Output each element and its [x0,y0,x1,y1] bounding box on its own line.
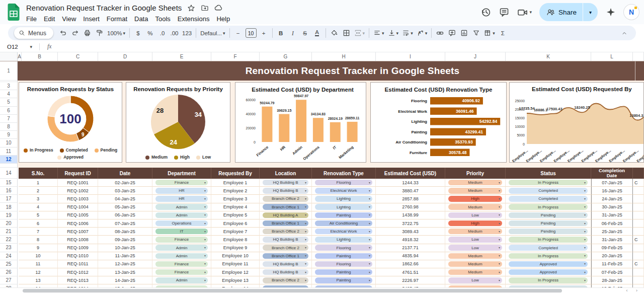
table-cell[interactable]: Admin▾ [152,252,211,260]
table-cell[interactable] [633,195,644,203]
table-cell[interactable]: REQ-1001 [58,179,98,187]
renovation-dropdown[interactable]: Lighting▾ [315,196,372,202]
priority-dropdown[interactable]: Low▾ [448,277,502,283]
table-cell[interactable]: Approved▾ [506,268,591,276]
table-cell[interactable]: 03-Jan-25 [98,187,152,195]
location-dropdown[interactable]: Branch Office 1▾ [263,253,308,259]
table-cell[interactable]: Admin▾ [152,244,211,252]
row-header-19[interactable]: 19 [0,211,17,219]
department-dropdown[interactable]: Finance▾ [155,261,208,267]
insert-comment-button[interactable] [446,27,458,39]
table-cell[interactable]: Employee 9 [211,244,260,252]
table-cell[interactable]: Low▾ [445,236,506,244]
row-header-17[interactable]: 17 [0,195,17,203]
location-dropdown[interactable]: HQ Building B▾ [263,180,308,186]
table-cell[interactable]: Air Conditioning▾ [312,219,376,228]
text-rotation-button[interactable]: A▾ [415,27,429,39]
column-header-i[interactable]: I [376,52,445,61]
create-filter-button[interactable] [470,27,482,39]
merge-cells-button[interactable]: ▾ [353,27,367,39]
meet-video-call-icon[interactable]: ▾ [517,7,532,18]
column-header-k[interactable]: K [506,52,591,61]
table-cell[interactable] [633,228,644,236]
table-cell[interactable]: 4 [19,203,58,211]
department-dropdown[interactable]: HR▾ [155,196,208,202]
column-header-h[interactable]: H [312,52,376,61]
status-dropdown[interactable]: Pending▾ [509,221,588,227]
row-header-10[interactable]: 10 [0,139,17,147]
table-cell[interactable]: Low▾ [445,244,506,252]
table-cell[interactable]: Completed▾ [506,244,591,252]
table-cell[interactable]: C [633,236,644,244]
italic-button[interactable]: I [287,27,299,39]
table-cell[interactable]: Medium▾ [445,203,506,211]
zoom-select[interactable]: 100%▾ [106,27,127,39]
row-header-26[interactable]: 26 [0,268,17,276]
table-cell[interactable]: 2 [19,187,58,195]
table-cell[interactable]: Painting▾ [312,268,376,276]
table-cell[interactable]: Painting▾ [312,211,376,219]
menu-file[interactable]: File [23,15,40,23]
renovation-dropdown[interactable]: Painting▾ [315,212,372,218]
table-cell[interactable]: 07-Feb-25 [591,268,633,276]
table-cell[interactable]: In Progress▾ [506,203,591,211]
location-dropdown[interactable]: HQ Building B▾ [263,237,308,243]
format-percent-button[interactable]: % [144,27,156,39]
table-cell[interactable]: Employee 2 [211,187,260,195]
table-cell[interactable]: Medium▾ [445,268,506,276]
insert-chart-button[interactable] [458,27,470,39]
table-cell[interactable]: HQ Building B▾ [260,260,312,268]
table-cell[interactable]: 06-Jan-25 [98,211,152,219]
menu-format[interactable]: Format [103,15,131,23]
status-dropdown[interactable]: In Progress▾ [509,204,588,210]
row-header-8[interactable]: 8 [0,123,17,131]
decrease-font-size-button[interactable]: − [232,27,244,39]
table-cell[interactable]: 1244.33 [376,179,445,187]
priority-dropdown[interactable]: High▾ [448,196,502,202]
table-cell[interactable]: 9 [19,244,58,252]
table-cell[interactable]: 31-Jan-25 [591,211,633,219]
status-dropdown[interactable]: Pending▾ [509,229,588,235]
sheets-logo-icon[interactable] [7,4,20,21]
table-cell[interactable]: HQ Building B▾ [260,187,312,195]
table-cell[interactable]: REQ-1013 [58,276,98,284]
row-header-18[interactable]: 18 [0,203,17,211]
table-cell[interactable]: Employee 6 [211,219,260,228]
table-cell[interactable]: HR▾ [152,187,211,195]
table-cell[interactable]: Branch Office 1▾ [260,219,312,228]
table-cell[interactable]: IT▾ [152,228,211,236]
table-cell[interactable]: 16-Jan-25 [591,187,633,195]
table-cell[interactable]: In Progress▾ [506,236,591,244]
priority-dropdown[interactable]: Low▾ [448,245,502,251]
table-cell[interactable]: Pending▾ [506,228,591,236]
table-cell[interactable]: Completed▾ [506,195,591,203]
vertical-align-button[interactable]: ▾ [386,27,400,39]
table-cell[interactable]: 2857.88 [376,195,445,203]
menu-tools[interactable]: Tools [151,15,174,23]
table-cell[interactable] [633,203,644,211]
department-dropdown[interactable]: Finance▾ [155,269,208,275]
table-views-button[interactable]: ▾ [482,27,497,39]
renovation-dropdown[interactable]: Painting▾ [315,253,372,259]
table-cell[interactable]: 11-Jan-25 [98,252,152,260]
table-cell[interactable]: Pending▾ [506,211,591,219]
user-avatar[interactable]: N [624,5,639,20]
table-cell[interactable]: 31-Jan-25 [591,236,633,244]
column-header-a[interactable]: A [18,52,22,61]
row-header-23[interactable]: 23 [0,244,17,252]
column-header-d[interactable]: D [98,52,152,61]
share-button[interactable]: Share ▾ [539,3,598,21]
table-cell[interactable]: Medium▾ [445,260,506,268]
table-cell[interactable]: High▾ [445,195,506,203]
renovation-dropdown[interactable]: Electrical Work▾ [315,229,372,235]
table-cell[interactable]: 30-Jan-25 [591,203,633,211]
table-cell[interactable]: Finance▾ [152,260,211,268]
table-cell[interactable]: Completed▾ [506,187,591,195]
department-dropdown[interactable]: Admin▾ [155,245,208,251]
table-cell[interactable]: 04-Jan-25 [98,195,152,203]
location-dropdown[interactable]: Branch Office 2▾ [263,229,308,235]
table-cell[interactable]: Electrical Work▾ [312,228,376,236]
table-cell[interactable]: 07-Jan-25 [591,179,633,187]
table-cell[interactable]: 13 [19,276,58,284]
table-cell[interactable]: 13-Jan-25 [98,268,152,276]
